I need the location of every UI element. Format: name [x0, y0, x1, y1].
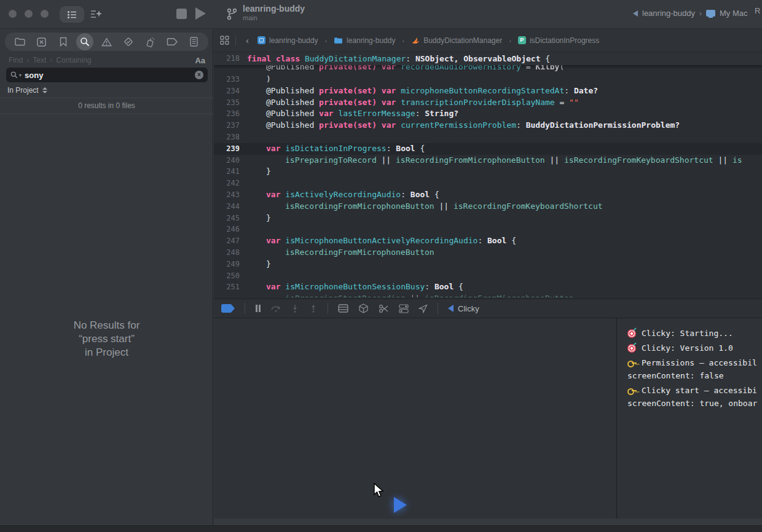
code-line[interactable]: 244isRecordingFromMicrophoneButton || is…	[214, 201, 762, 213]
code-lines[interactable]: @Published private(set) var recordedAudi…	[214, 65, 762, 297]
code-line[interactable]: 234@Published private(set) var microphon…	[214, 85, 762, 97]
tab-source-control-navigator[interactable]	[33, 33, 50, 50]
console-output[interactable]: Clicky: Starting...Clicky: Version 1.0Pe…	[617, 318, 762, 518]
memory-graph-button[interactable]	[358, 303, 369, 313]
minimize-window-button[interactable]	[25, 10, 33, 18]
line-number[interactable]: 238	[214, 131, 241, 143]
memory-report-button[interactable]	[399, 304, 409, 313]
code-line[interactable]: 236@Published var lastErrorMessage: Stri…	[214, 108, 762, 120]
line-number[interactable]	[214, 65, 241, 70]
run-button[interactable]	[195, 7, 206, 20]
line-number[interactable]: 247	[214, 235, 241, 247]
line-number[interactable]: 240	[214, 155, 241, 166]
project-title-block[interactable]: leanring-buddy main	[243, 4, 305, 22]
variables-view[interactable]	[214, 318, 616, 518]
breakpoints-toggle-button[interactable]	[221, 304, 235, 313]
stop-button[interactable]	[176, 9, 187, 19]
code-line[interactable]: 251var isMicrophoneButtonSessionBusy: Bo…	[214, 281, 762, 293]
breadcrumb-item-file[interactable]: BuddyDictationManager	[411, 36, 502, 45]
code-text: var isActivelyRecordingAudio: Bool {	[241, 189, 439, 201]
environment-overrides-button[interactable]	[379, 304, 389, 313]
code-line[interactable]: 246	[214, 224, 762, 235]
back-button[interactable]: ‹	[246, 35, 249, 45]
code-line[interactable]: @Published private(set) var recordedAudi…	[214, 65, 762, 74]
line-number[interactable]: 235	[214, 97, 241, 109]
line-number[interactable]: 246	[214, 224, 241, 235]
line-number[interactable]: 248	[214, 247, 241, 259]
line-number[interactable]: 239	[214, 143, 241, 155]
step-over-button[interactable]	[271, 305, 281, 312]
divider	[245, 303, 245, 314]
match-case-toggle[interactable]: Aa	[195, 56, 205, 65]
breadcrumb-item-project[interactable]: leanring-buddy	[257, 36, 318, 45]
line-number[interactable]: 242	[214, 178, 241, 189]
play-glow-icon[interactable]	[394, 497, 407, 513]
toolbar-clipped-item[interactable]: R	[755, 6, 762, 15]
code-line[interactable]: 247var isMicrophoneButtonActivelyRecordi…	[214, 235, 762, 247]
code-line[interactable]: 242	[214, 178, 762, 189]
scheme-name[interactable]: leanring-buddy	[642, 9, 695, 18]
tab-bookmark-navigator[interactable]	[55, 33, 72, 50]
source-editor[interactable]: 218final class BuddyDictationManager: NS…	[214, 52, 762, 299]
code-line[interactable]: 218final class BuddyDictationManager: NS…	[214, 52, 762, 65]
tab-debug-navigator[interactable]	[141, 33, 159, 50]
line-number[interactable]: 243	[214, 189, 241, 201]
tab-test-navigator[interactable]	[120, 33, 137, 50]
code-line[interactable]: 248isRecordingFromMicrophoneButton	[214, 247, 762, 259]
search-scope-selector[interactable]: In Project	[7, 86, 47, 95]
tab-find-navigator[interactable]	[76, 33, 93, 50]
view-hierarchy-button[interactable]	[338, 304, 348, 313]
find-type[interactable]: Text	[33, 56, 46, 65]
breadcrumb-item-symbol[interactable]: P isDictationInProgress	[518, 36, 599, 45]
tab-report-navigator[interactable]	[185, 33, 202, 50]
find-mode[interactable]: Find	[9, 56, 23, 65]
line-number[interactable]: 250	[214, 270, 241, 282]
search-options-chevron-icon[interactable]: ▾	[19, 72, 22, 78]
sticky-declaration-line[interactable]: 218final class BuddyDictationManager: NS…	[214, 52, 762, 65]
simulate-location-button[interactable]	[418, 304, 428, 313]
line-number[interactable]: 233	[214, 74, 241, 85]
process-selector[interactable]: Clicky	[448, 304, 479, 313]
line-number[interactable]: 234	[214, 85, 241, 97]
code-line[interactable]: 238	[214, 131, 762, 143]
zoom-window-button[interactable]	[41, 10, 49, 18]
code-line[interactable]: 241}	[214, 166, 762, 178]
line-number[interactable]: 251	[214, 281, 241, 293]
code-line[interactable]: 243var isActivelyRecordingAudio: Bool {	[214, 189, 762, 201]
line-number[interactable]	[214, 293, 241, 297]
line-number[interactable]: 218	[214, 52, 241, 65]
tab-breakpoint-navigator[interactable]	[163, 33, 181, 50]
code-line[interactable]: 250	[214, 270, 762, 282]
find-match[interactable]: Containing	[56, 56, 91, 65]
code-line[interactable]: 239var isDictationInProgress: Bool {	[214, 143, 762, 155]
breadcrumb-item-group[interactable]: leanring-buddy	[334, 36, 395, 45]
tab-issue-navigator[interactable]	[98, 33, 116, 50]
line-number[interactable]: 237	[214, 120, 241, 131]
toggle-navigator-button[interactable]	[60, 6, 84, 23]
line-number[interactable]: 244	[214, 201, 241, 213]
run-destination[interactable]: My Mac	[720, 9, 748, 18]
clear-search-button[interactable]: ×	[195, 71, 203, 79]
scheme-selector[interactable]: leanring-buddy › My Mac	[633, 9, 748, 18]
related-items-icon[interactable]	[220, 36, 229, 45]
line-number[interactable]: 249	[214, 259, 241, 270]
code-line[interactable]: 237@Published private(set) var currentPe…	[214, 120, 762, 131]
compose-assistant-button[interactable]	[87, 6, 106, 23]
tab-project-navigator[interactable]	[11, 33, 28, 50]
pause-execution-button[interactable]	[255, 304, 261, 313]
code-line[interactable]: 235@Published private(set) var transcrip…	[214, 97, 762, 109]
step-into-button[interactable]	[291, 305, 299, 313]
search-input[interactable]	[25, 71, 195, 80]
code-line[interactable]: 249}	[214, 259, 762, 270]
search-field[interactable]: ▾ ×	[6, 68, 208, 82]
code-line[interactable]: 240isPreparingToRecord || isRecordingFro…	[214, 155, 762, 166]
line-number[interactable]: 241	[214, 166, 241, 178]
folder-icon	[334, 37, 343, 44]
code-line[interactable]: 233)	[214, 74, 762, 85]
close-window-button[interactable]	[9, 10, 17, 18]
line-number[interactable]: 245	[214, 213, 241, 224]
line-number[interactable]: 236	[214, 108, 241, 120]
step-out-button[interactable]	[309, 305, 318, 313]
code-line[interactable]: 245}	[214, 213, 762, 224]
code-line[interactable]: isPreparingStartRecording || isRecording…	[214, 293, 762, 297]
